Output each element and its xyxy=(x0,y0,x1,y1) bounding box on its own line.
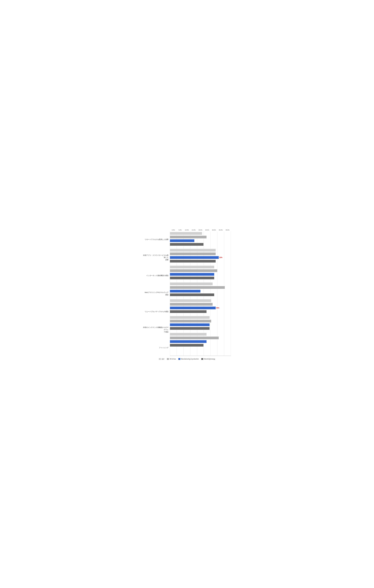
bar-row xyxy=(170,232,231,235)
legend-label: Manufacturing & production xyxy=(181,358,199,360)
y-label-group: インターネット接続機器の感染 xyxy=(143,268,170,284)
bar-fill xyxy=(170,336,219,339)
bar-row xyxy=(170,282,231,285)
bar-fill xyxy=(170,243,203,246)
y-label-spacer xyxy=(143,248,170,250)
chart-body: リモートアクセスを悪用した攻撃外部アプリ・クラウドサービスを悪用した攻撃インター… xyxy=(143,232,231,356)
bar-fill xyxy=(170,290,200,293)
chart-container: 0.0%5.0%10.0%15.0%20.0%25.0%30.0%35.0%40… xyxy=(141,223,233,365)
bar-group: 32% xyxy=(170,249,231,263)
x-axis-label: 5.0% xyxy=(177,229,184,231)
bar-fill xyxy=(170,333,206,336)
bar-fill xyxy=(170,269,217,272)
bar-fill xyxy=(170,323,210,326)
bar-fill xyxy=(170,307,216,309)
bar-fill xyxy=(170,236,206,238)
bar-row xyxy=(170,252,231,256)
bar-row: 30% xyxy=(170,306,231,310)
bar-fill xyxy=(170,294,214,296)
y-label-text: 外部のメンテナンス用機器からのマルウェア感染 xyxy=(143,326,169,333)
y-label-spacer xyxy=(143,302,170,304)
bar-fill xyxy=(170,310,206,313)
bar-highlight-label: 30% xyxy=(216,307,219,309)
x-axis-label: 20.0% xyxy=(197,229,204,231)
bar-fill xyxy=(170,273,214,276)
bar-row xyxy=(170,340,231,343)
bar-row xyxy=(170,265,231,269)
legend-label: 合計 xyxy=(161,358,164,360)
bar-row xyxy=(170,286,231,289)
bar-row xyxy=(170,303,231,306)
bar-groups: 32%30% xyxy=(170,232,231,349)
bar-fill xyxy=(170,320,211,322)
y-label-text: リムーバブルメディアからの感染 xyxy=(145,311,169,313)
bar-row xyxy=(170,293,231,296)
x-axis-label: 15.0% xyxy=(190,229,197,231)
x-axis-label: 10.0% xyxy=(183,229,190,231)
y-label-group: 外部アプリ・クラウドサービスを悪用した攻撃 xyxy=(143,250,170,266)
bar-group: 30% xyxy=(170,299,231,314)
bar-group xyxy=(170,265,231,280)
bar-row xyxy=(170,260,231,263)
bar-fill xyxy=(170,327,210,330)
y-label-text: インターネット接続機器の感染 xyxy=(146,274,169,277)
bar-row: 32% xyxy=(170,256,231,259)
x-axis-label: 30.0% xyxy=(211,229,217,231)
bar-row xyxy=(170,299,231,302)
legend-label: Electricity/energy xyxy=(204,358,215,360)
bar-fill xyxy=(170,286,225,289)
y-label-spacer xyxy=(143,266,170,268)
x-axis-label: 0.0% xyxy=(170,229,177,231)
y-label-group: リムーバブルメディアからの感染 xyxy=(143,304,170,320)
bar-row xyxy=(170,319,231,323)
x-axis-labels: 0.0%5.0%10.0%15.0%20.0%25.0%30.0%35.0%40… xyxy=(170,229,231,231)
legend-label: Oil & Gas xyxy=(170,358,176,360)
y-label-group: Webブラウジング中のマルウェア感染 xyxy=(143,286,170,302)
bar-row xyxy=(170,316,231,319)
bar-row xyxy=(170,235,231,239)
y-label-group: リモートアクセスを悪用した攻撃 xyxy=(143,232,170,248)
bar-row xyxy=(170,239,231,242)
bar-highlight-label: 32% xyxy=(219,257,222,258)
y-label-spacer xyxy=(143,320,170,322)
y-label-group: 外部のメンテナンス用機器からのマルウェア感染 xyxy=(143,322,170,338)
bar-row xyxy=(170,327,231,330)
bar-group xyxy=(170,232,231,246)
bar-fill xyxy=(170,344,203,346)
bar-group xyxy=(170,282,231,297)
bar-fill xyxy=(170,239,194,242)
bar-fill xyxy=(170,249,216,252)
bar-row xyxy=(170,289,231,293)
bar-row xyxy=(170,269,231,272)
bar-fill xyxy=(170,316,210,319)
bar-fill xyxy=(170,340,206,343)
bar-row xyxy=(170,276,231,280)
legend-swatch xyxy=(159,358,161,360)
legend-swatch xyxy=(167,358,169,360)
y-label-text: フィッシング xyxy=(159,346,169,349)
bar-row xyxy=(170,344,231,347)
bar-fill xyxy=(170,283,213,285)
bar-fill xyxy=(170,232,202,235)
bar-row xyxy=(170,243,231,246)
bar-row xyxy=(170,333,231,336)
bar-group xyxy=(170,333,231,347)
chart-area: 0.0%5.0%10.0%15.0%20.0%25.0%30.0%35.0%40… xyxy=(143,229,231,360)
bars-area: 32%30% xyxy=(170,232,231,356)
y-label-spacer xyxy=(143,338,170,340)
bar-fill xyxy=(170,256,219,259)
bar-fill xyxy=(170,299,211,302)
y-label-text: Webブラウジング中のマルウェア感染 xyxy=(143,291,169,296)
y-labels: リモートアクセスを悪用した攻撃外部アプリ・クラウドサービスを悪用した攻撃インター… xyxy=(143,232,170,356)
x-axis-label: 35.0% xyxy=(217,229,224,231)
legend-item: Oil & Gas xyxy=(167,358,176,360)
bar-fill xyxy=(170,260,216,262)
y-label-group: フィッシング xyxy=(143,340,170,356)
y-label-text: 外部アプリ・クラウドサービスを悪用した攻撃 xyxy=(143,254,169,261)
x-axis-label: 40.0% xyxy=(224,229,231,231)
y-label-spacer xyxy=(143,284,170,286)
legend-swatch xyxy=(201,358,203,360)
legend-item: Manufacturing & production xyxy=(178,358,199,360)
legend-swatch xyxy=(178,358,180,360)
bar-fill xyxy=(170,277,214,279)
